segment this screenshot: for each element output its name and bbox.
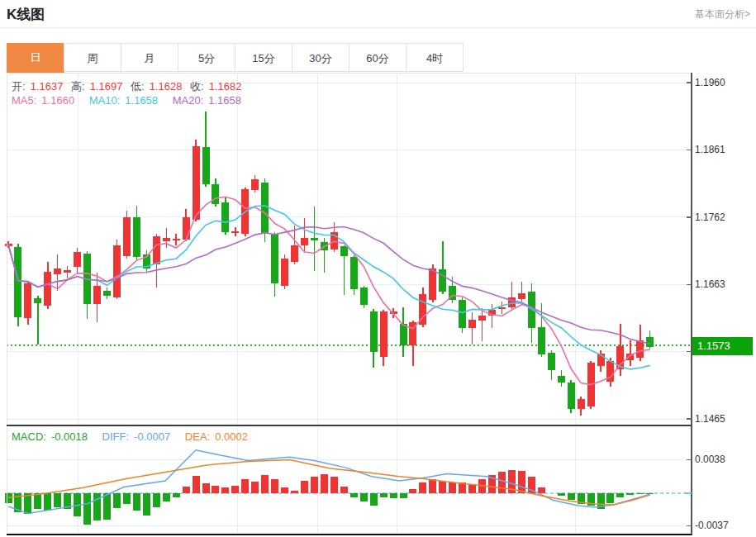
candle-body bbox=[202, 147, 210, 184]
macd-bar bbox=[221, 487, 229, 493]
candle-body bbox=[380, 311, 388, 357]
macd-bar bbox=[251, 482, 259, 493]
candle-body bbox=[113, 245, 121, 297]
macd-bar bbox=[291, 491, 298, 493]
macd-value: -0.0018 bbox=[51, 430, 88, 443]
macd-bar bbox=[301, 481, 308, 493]
macd-bar bbox=[636, 493, 644, 494]
macd-bar bbox=[370, 493, 378, 506]
macd-bar bbox=[360, 493, 368, 501]
macd-bar bbox=[54, 493, 61, 507]
high-value: 1.1697 bbox=[90, 80, 123, 93]
macd-bar bbox=[340, 487, 348, 493]
macd-bar bbox=[350, 493, 358, 497]
macd-label: MACD: bbox=[12, 430, 46, 443]
macd-bar bbox=[330, 477, 338, 493]
candle-body bbox=[74, 252, 81, 267]
macd-axis-label: -0.0037 bbox=[695, 520, 729, 531]
candle-body bbox=[538, 327, 545, 354]
candle-body bbox=[558, 376, 565, 383]
candle-body bbox=[350, 257, 358, 289]
candle-body bbox=[468, 320, 476, 328]
macd-bar bbox=[380, 493, 388, 497]
candle-body bbox=[429, 268, 436, 300]
macd-bar bbox=[261, 475, 269, 493]
macd-bar bbox=[281, 487, 288, 493]
price-axis-label: 1.1762 bbox=[695, 211, 725, 223]
candle-body bbox=[231, 231, 239, 233]
candle-body bbox=[133, 217, 140, 258]
candle-body bbox=[123, 217, 131, 256]
candle-body bbox=[54, 268, 61, 274]
price-axis-label: 1.1960 bbox=[695, 77, 725, 88]
macd-bar bbox=[606, 493, 614, 503]
current-price-badge: 1.1573 bbox=[692, 337, 753, 355]
macd-bar bbox=[83, 493, 91, 525]
macd-bar bbox=[193, 476, 200, 493]
candle-body bbox=[193, 146, 200, 220]
macd-bar bbox=[626, 493, 634, 495]
macd-bar bbox=[518, 471, 525, 493]
candle-body bbox=[498, 307, 506, 309]
candle-body bbox=[261, 183, 269, 234]
candle-body bbox=[518, 293, 525, 299]
candle-body bbox=[212, 184, 219, 204]
close-label: 收: bbox=[190, 80, 204, 93]
open-label: 开: bbox=[12, 80, 26, 93]
macd-bar bbox=[44, 493, 51, 511]
macd-bar bbox=[419, 482, 426, 493]
ma5-label: MA5: bbox=[12, 94, 36, 107]
macd-axis-label: 0.0038 bbox=[695, 454, 725, 465]
kline-page: K线图 基本面分析> 日周月5分15分30分60分4时 开:1.1637 高:1… bbox=[0, 0, 756, 537]
macd-legend: MACD:-0.0018 DIFF:-0.0007 DEA:0.0002 bbox=[12, 430, 253, 443]
macd-bar bbox=[321, 474, 328, 493]
candle-body bbox=[153, 236, 160, 265]
macd-bar bbox=[429, 479, 436, 493]
candle-body bbox=[14, 247, 21, 317]
low-value: 1.1628 bbox=[150, 80, 183, 93]
candle-body bbox=[271, 234, 278, 283]
diff-label: DIFF: bbox=[102, 430, 130, 443]
high-label: 高: bbox=[71, 80, 85, 93]
macd-bar bbox=[202, 483, 210, 493]
candle-body bbox=[103, 291, 111, 297]
macd-bar bbox=[449, 482, 456, 493]
macd-bar bbox=[183, 487, 190, 493]
candle-body bbox=[478, 316, 486, 321]
macd-bar bbox=[468, 484, 476, 493]
candle-body bbox=[439, 269, 446, 292]
candle-body bbox=[646, 337, 654, 347]
macd-bar bbox=[616, 493, 624, 497]
close-value: 1.1682 bbox=[209, 80, 242, 93]
candle-body bbox=[370, 311, 378, 352]
ma20-value: 1.1658 bbox=[208, 94, 241, 107]
macd-bar bbox=[113, 493, 121, 508]
macd-bar bbox=[271, 479, 278, 493]
ma10-value: 1.1658 bbox=[125, 94, 158, 107]
candle-body bbox=[568, 383, 575, 408]
macd-bar bbox=[153, 493, 160, 507]
macd-bar bbox=[143, 493, 150, 516]
ma20-label: MA20: bbox=[173, 94, 204, 107]
macd-bar bbox=[409, 489, 416, 493]
macd-bar bbox=[5, 493, 12, 503]
ohlc-legend: 开:1.1637 高:1.1697 低:1.1628 收:1.1682 bbox=[12, 79, 246, 94]
macd-bar bbox=[241, 479, 249, 493]
candle-body bbox=[183, 217, 190, 240]
candle-body bbox=[360, 288, 368, 305]
candle-body bbox=[281, 259, 288, 286]
candle-body bbox=[251, 179, 259, 190]
macd-bar bbox=[123, 493, 131, 504]
macd-bar bbox=[173, 493, 180, 497]
price-axis-label: 1.1663 bbox=[695, 278, 725, 290]
macd-bar bbox=[311, 477, 318, 493]
ma5-value: 1.1660 bbox=[41, 94, 74, 107]
low-label: 低: bbox=[131, 80, 145, 93]
candle-body bbox=[508, 297, 516, 307]
candle-body bbox=[340, 246, 348, 256]
macd-bar bbox=[93, 493, 101, 520]
macd-bar bbox=[568, 493, 575, 500]
macd-bar bbox=[133, 493, 140, 511]
candle-body bbox=[34, 298, 41, 304]
dea-value: 0.0002 bbox=[215, 430, 248, 443]
